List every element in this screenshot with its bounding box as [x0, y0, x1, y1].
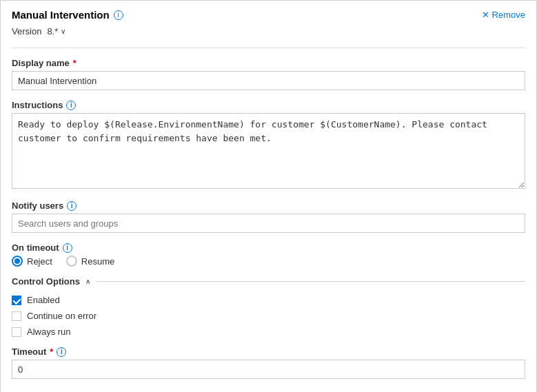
control-options-title: Control Options [12, 276, 80, 287]
notify-users-info-icon[interactable]: i [67, 201, 77, 211]
always-run-checkbox[interactable] [12, 327, 21, 337]
version-value: 8.* [47, 26, 58, 37]
notify-users-label: Notify users i [12, 200, 525, 211]
on-timeout-label: On timeout i [12, 243, 525, 253]
reject-radio[interactable] [12, 256, 23, 267]
remove-x-icon: ✕ [482, 10, 489, 20]
resume-label: Resume [81, 256, 114, 267]
always-run-label: Always run [27, 327, 71, 337]
enabled-checkbox[interactable] [12, 296, 21, 305]
control-options-chevron-icon[interactable]: ∧ [85, 278, 90, 285]
on-timeout-group: On timeout i Reject Resume [12, 243, 525, 267]
timeout-required: * [50, 347, 53, 357]
display-name-input[interactable] [12, 71, 525, 90]
control-options-checkboxes: Enabled Continue on error Always run [12, 295, 525, 337]
reject-option[interactable]: Reject [12, 256, 52, 267]
instructions-label: Instructions i [12, 100, 525, 110]
display-name-label: Display name * [12, 58, 525, 68]
instructions-textarea[interactable]: <span data-name="instructions-prefix" da… [12, 113, 525, 189]
manual-intervention-panel: Manual Intervention i ✕ Remove Version 8… [0, 0, 537, 392]
timeout-info-icon[interactable]: i [57, 347, 66, 357]
notify-users-input[interactable] [12, 214, 525, 233]
remove-button[interactable]: ✕ Remove [482, 10, 525, 20]
continue-on-error-label: Continue on error [27, 311, 97, 321]
panel-header: Manual Intervention i ✕ Remove [12, 9, 525, 21]
display-name-group: Display name * [12, 58, 525, 90]
instructions-info-icon[interactable]: i [66, 101, 76, 110]
panel-title: Manual Intervention [12, 9, 110, 21]
remove-label: Remove [492, 10, 525, 20]
on-timeout-info-icon[interactable]: i [63, 243, 72, 253]
always-run-option[interactable]: Always run [12, 327, 525, 337]
continue-on-error-option[interactable]: Continue on error [12, 311, 525, 321]
header-divider [12, 48, 525, 48]
enabled-label: Enabled [27, 295, 60, 305]
control-options-header: Control Options ∧ [12, 276, 525, 287]
reject-label: Reject [27, 256, 52, 267]
timeout-input[interactable] [12, 360, 525, 379]
on-timeout-radio-group: Reject Resume [12, 256, 525, 267]
resume-option[interactable]: Resume [66, 256, 114, 267]
display-name-required: * [73, 58, 77, 68]
version-select[interactable]: 8.* ∨ [47, 26, 65, 37]
continue-on-error-checkbox[interactable] [12, 311, 21, 321]
notify-users-group: Notify users i [12, 200, 525, 233]
control-options-line [96, 281, 525, 282]
title-info-icon[interactable]: i [114, 10, 123, 20]
resume-radio[interactable] [66, 256, 77, 267]
timeout-group: Timeout * i [12, 347, 525, 379]
version-chevron-icon: ∨ [61, 28, 65, 35]
enabled-option[interactable]: Enabled [12, 295, 525, 305]
version-label: Version [12, 26, 41, 37]
version-row: Version 8.* ∨ [12, 26, 525, 37]
timeout-label: Timeout * i [12, 347, 525, 357]
instructions-group: Instructions i <span data-name="instruct… [12, 100, 525, 191]
header-left: Manual Intervention i [12, 9, 123, 21]
